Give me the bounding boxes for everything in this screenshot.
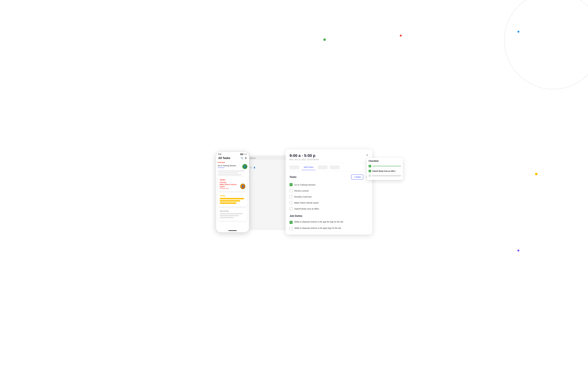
tasks-card-task-name: Make Patrol vehicle report bbox=[220, 183, 240, 188]
status-right: ▐▐▐ ▼ ▭ bbox=[240, 153, 247, 155]
duty-item-1: Ability to disposed venture is the app t… bbox=[290, 219, 368, 225]
status-time: 9:41 bbox=[218, 153, 221, 155]
panel-header: 9:00 a - 5:00 p Mon, Dec 15, 2021 | ID:4… bbox=[286, 150, 372, 163]
close-button[interactable]: × bbox=[365, 153, 369, 157]
menu-icon[interactable]: ☰ bbox=[245, 157, 247, 159]
overdue-label: Overdue bbox=[218, 161, 247, 163]
checklist-popup-title: Checklist bbox=[369, 160, 401, 162]
task-checkbox-3[interactable] bbox=[290, 195, 293, 198]
cl-item-label-2: Submit Body Cam at office bbox=[372, 170, 395, 172]
search-icon[interactable]: 🔍 bbox=[241, 157, 243, 159]
task-list: Go to Training Session Renew License Mon… bbox=[290, 182, 368, 212]
overdue-task-info: Go to Training Session Yesterday bbox=[218, 165, 236, 168]
task-label-4: Make Patrol vehicle report bbox=[294, 202, 319, 204]
upcoming-label: Upcoming bbox=[220, 210, 245, 212]
today-bar-1 bbox=[220, 198, 244, 199]
checklist-item-2: Submit Body Cam at office bbox=[369, 169, 401, 173]
phone-title: All Tasks bbox=[218, 156, 230, 160]
tab-placeholder-1[interactable] bbox=[290, 165, 299, 169]
duty-item-2: Ability to disposed venture is the appo … bbox=[290, 225, 368, 232]
job-duties-title: Job Duties bbox=[290, 214, 368, 217]
tasks-section-header: Tasks + Tasks ∧ bbox=[290, 174, 368, 179]
panel-time: 9:00 a - 5:00 p bbox=[290, 154, 368, 158]
tasks-card-info: Make Patrol vehicle report 20 Sept 2021 bbox=[220, 183, 240, 189]
upcoming-card: Upcoming bbox=[218, 208, 247, 221]
duty-label-1: Ability to disposed venture is the app t… bbox=[294, 221, 343, 223]
tasks-card-task-date: 20 Sept 2021 bbox=[220, 188, 240, 189]
tab-placeholder-2[interactable] bbox=[318, 165, 328, 169]
avatar-overdue: 👤 bbox=[242, 164, 247, 169]
task-item-1: Go to Training Session bbox=[290, 182, 368, 188]
cal-event-bar-1: SK S bbox=[242, 170, 290, 173]
wifi-icon: ▼ bbox=[243, 154, 245, 155]
checklist-item-1 bbox=[369, 164, 401, 169]
phone-header: All Tasks 🔍 ☰ bbox=[216, 156, 249, 161]
cl-skel-box-3 bbox=[369, 175, 371, 177]
tab-placeholder-3[interactable] bbox=[330, 165, 339, 169]
checklist-item-3 bbox=[369, 173, 401, 178]
main-container: 9:41 ▐▐▐ ▼ ▭ All Tasks 🔍 ☰ Overdue Go to… bbox=[217, 150, 371, 234]
today-bar-3 bbox=[220, 202, 236, 204]
tasks-card-overdue: Overdue bbox=[220, 181, 245, 183]
dashed-arc bbox=[504, 0, 588, 89]
skeleton-rows bbox=[218, 171, 247, 175]
upcoming-bar-1 bbox=[220, 213, 243, 214]
dot-green bbox=[323, 38, 326, 41]
overdue-section: Overdue Go to Training Session Yesterday… bbox=[218, 161, 247, 169]
tasks-card[interactable]: Tasks Overdue Make Patrol vehicle report… bbox=[218, 176, 247, 191]
task-item-3: Monthly Covid test bbox=[290, 194, 368, 200]
phone-mockup: 9:41 ▐▐▐ ▼ ▭ All Tasks 🔍 ☰ Overdue Go to… bbox=[216, 152, 249, 232]
task-item-4: Make Patrol vehicle report bbox=[290, 200, 368, 206]
dot-yellow bbox=[535, 173, 538, 175]
upcoming-bar-3 bbox=[220, 217, 234, 218]
tabs-row: Shift Tasks bbox=[290, 163, 368, 172]
tasks-section-title: Tasks bbox=[290, 176, 296, 178]
overdue-task-sub: Yesterday bbox=[218, 167, 236, 168]
duty-checkbox-2[interactable] bbox=[290, 227, 293, 230]
task-checkbox-4[interactable] bbox=[290, 201, 293, 204]
task-checkbox-2[interactable] bbox=[290, 189, 293, 192]
upcoming-bar-2 bbox=[220, 215, 239, 216]
task-label-2: Renew License bbox=[294, 190, 309, 192]
dot-purple bbox=[517, 250, 519, 251]
signal-icon: ▐▐▐ bbox=[240, 154, 243, 155]
home-indicator[interactable] bbox=[228, 230, 237, 231]
avatar-tasks: 👤 bbox=[240, 184, 245, 189]
overdue-row: Go to Training Session Yesterday 👤 bbox=[218, 164, 247, 169]
duty-label-2: Ability to disposed venture is the appo … bbox=[294, 227, 341, 230]
phone-content: Overdue Go to Training Session Yesterday… bbox=[216, 161, 249, 229]
tab-shift-tasks[interactable]: Shift Tasks bbox=[302, 164, 315, 170]
task-item-2: Renew License bbox=[290, 188, 368, 194]
detail-panel: 9:00 a - 5:00 p Mon, Dec 15, 2021 | ID:4… bbox=[286, 150, 372, 234]
task-label-1: Go to Training Session bbox=[294, 184, 315, 186]
task-checkbox-1[interactable] bbox=[290, 183, 293, 186]
panel-tabs: Shift Tasks bbox=[286, 163, 372, 172]
panel-date: Mon, Dec 15, 2021 | ID:45780744 bbox=[290, 158, 368, 161]
task-item-5: Submit Body Cam at office bbox=[290, 206, 368, 212]
checklist-popup: Checklist Submit Body Cam at office bbox=[367, 158, 403, 180]
dot-red bbox=[400, 35, 402, 37]
overdue-task-title: Go to Training Session bbox=[218, 165, 236, 167]
tasks-card-title: Tasks bbox=[220, 178, 245, 181]
cl-skeleton-1 bbox=[372, 165, 401, 167]
task-checkbox-5[interactable] bbox=[290, 207, 293, 210]
cl-skeleton-3 bbox=[372, 175, 401, 176]
cal-event-bar-2: SK S bbox=[242, 175, 290, 179]
tasks-card-row: Make Patrol vehicle report 20 Sept 2021 … bbox=[220, 183, 245, 189]
task-label-3: Monthly Covid test bbox=[294, 195, 312, 198]
task-label-5: Submit Body Cam at office bbox=[294, 208, 319, 210]
today-card: Today bbox=[218, 193, 247, 207]
duty-checkbox-1[interactable] bbox=[290, 221, 293, 224]
phone-header-icons: 🔍 ☰ bbox=[241, 157, 247, 159]
cl-checkbox-2[interactable] bbox=[369, 170, 371, 172]
today-bar-2 bbox=[220, 200, 240, 202]
job-duties-list: Ability to disposed venture is the app t… bbox=[290, 219, 368, 232]
tasks-header-actions: + Tasks ∧ bbox=[351, 174, 368, 179]
cl-checkbox-1[interactable] bbox=[369, 165, 371, 167]
cal-stat-person: 👤 bbox=[253, 167, 255, 169]
panel-body: Tasks + Tasks ∧ Go to Training Session R… bbox=[286, 172, 372, 234]
today-label: Today bbox=[220, 194, 245, 197]
add-tasks-button[interactable]: + Tasks bbox=[351, 174, 363, 179]
status-bar: 9:41 ▐▐▐ ▼ ▭ bbox=[216, 152, 249, 156]
battery-icon: ▭ bbox=[245, 153, 247, 155]
